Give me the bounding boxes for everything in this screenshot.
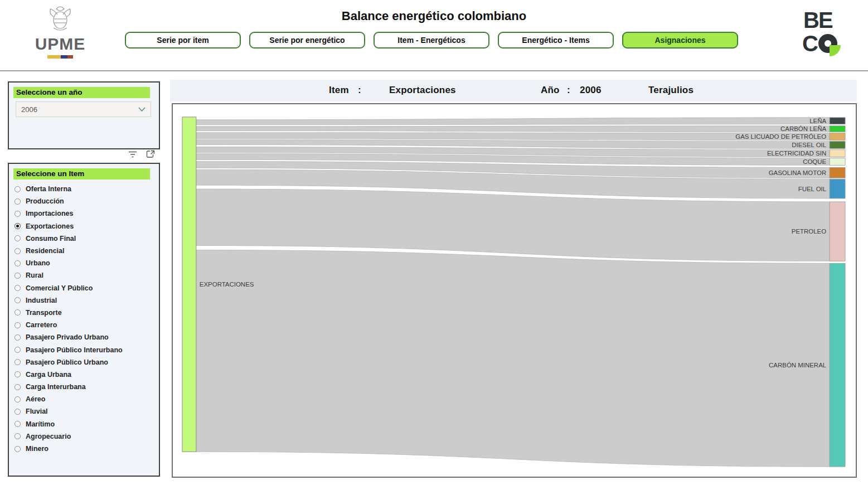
radio-item-carga-urbana[interactable]: Carga Urbana bbox=[9, 368, 159, 381]
beco-logo: BE C bbox=[799, 8, 845, 61]
radio-icon[interactable] bbox=[14, 334, 21, 341]
chevron-down-icon bbox=[138, 107, 146, 111]
radio-item-label: Oferta Interna bbox=[26, 185, 71, 193]
radio-icon[interactable] bbox=[14, 297, 21, 303]
radio-item-consumo-final[interactable]: Consumo Final bbox=[9, 232, 159, 245]
radio-icon[interactable] bbox=[14, 309, 21, 316]
radio-item-label: Pasajero Público Urbano bbox=[26, 358, 108, 366]
sankey-source-node[interactable] bbox=[182, 117, 196, 452]
radio-item-agropecuario[interactable]: Agropecuario bbox=[9, 430, 159, 443]
beco-logo-icon: BE C bbox=[799, 8, 845, 59]
radio-item-carga-interurbana[interactable]: Carga Interurbana bbox=[9, 381, 159, 393]
sankey-node-label-gas-licuado-de-petroleo: GAS LICUADO DE PETRÓLEO bbox=[735, 133, 826, 140]
beco-text-be: BE bbox=[803, 8, 833, 32]
radio-icon[interactable] bbox=[14, 285, 21, 291]
radio-icon[interactable] bbox=[14, 235, 21, 241]
sankey-node-coque[interactable] bbox=[830, 158, 845, 165]
radio-icon[interactable] bbox=[14, 260, 21, 266]
radio-icon[interactable] bbox=[14, 223, 21, 229]
radio-item-label: Minero bbox=[26, 445, 49, 453]
radio-item-importaciones[interactable]: Importaciones bbox=[9, 207, 159, 220]
year-slicer-panel: Seleccione un año 2006 bbox=[8, 81, 160, 149]
radio-item-minero[interactable]: Minero bbox=[9, 443, 159, 455]
radio-item-transporte[interactable]: Transporte bbox=[9, 307, 159, 319]
chart-header-colon: : bbox=[358, 85, 361, 96]
radio-item-produccion[interactable]: Producción bbox=[9, 195, 159, 207]
sankey-node-petroleo[interactable] bbox=[830, 202, 845, 261]
sankey-node-gasolina-motor[interactable] bbox=[830, 167, 845, 178]
radio-icon[interactable] bbox=[14, 322, 21, 328]
sankey-flow-gas-licuado-de-petroleo[interactable] bbox=[196, 133, 830, 140]
chart-header-colon2: : bbox=[567, 85, 570, 96]
flag-yellow bbox=[47, 55, 61, 59]
sankey-node-fuel-oil[interactable] bbox=[830, 179, 845, 198]
radio-item-comercial-y-publico[interactable]: Comercial Y Público bbox=[9, 282, 159, 294]
radio-item-maritimo[interactable]: Marítimo bbox=[9, 418, 159, 430]
chart-header-unit: Terajulios bbox=[648, 85, 694, 96]
focus-mode-icon[interactable] bbox=[146, 150, 155, 158]
radio-icon[interactable] bbox=[14, 384, 21, 390]
radio-item-rural[interactable]: Rural bbox=[9, 269, 159, 282]
radio-item-carretero[interactable]: Carretero bbox=[9, 319, 159, 331]
sankey-flow-carbon-mineral[interactable] bbox=[196, 250, 830, 467]
radio-item-industrial[interactable]: Industrial bbox=[9, 294, 159, 307]
radio-icon[interactable] bbox=[14, 186, 21, 192]
sankey-node-electricidad-sin[interactable] bbox=[830, 150, 845, 157]
sankey-source-label: EXPORTACIONES bbox=[200, 281, 254, 288]
year-slicer-title: Seleccione un año bbox=[13, 87, 150, 98]
sankey-node-label-carbon-lena: CARBÓN LEÑA bbox=[780, 125, 826, 132]
radio-icon[interactable] bbox=[14, 248, 21, 254]
sankey-node-label-diesel-oil: DIESEL OIL bbox=[792, 142, 826, 148]
radio-item-oferta-interna[interactable]: Oferta Interna bbox=[9, 183, 159, 195]
nav-button-serie-por-energetico[interactable]: Serie por energético bbox=[249, 32, 365, 48]
radio-item-label: Carga Interurbana bbox=[26, 383, 86, 391]
radio-icon[interactable] bbox=[14, 409, 21, 415]
year-dropdown[interactable]: 2006 bbox=[16, 101, 151, 117]
page-title: Balance energético colombiano bbox=[342, 9, 526, 23]
radio-item-label: Consumo Final bbox=[26, 235, 76, 243]
radio-icon[interactable] bbox=[14, 273, 21, 279]
sankey-node-carbon-mineral[interactable] bbox=[830, 263, 845, 467]
radio-icon[interactable] bbox=[14, 371, 21, 377]
radio-icon[interactable] bbox=[14, 359, 21, 365]
nav-button-asignaciones[interactable]: Asignaciones bbox=[622, 32, 738, 48]
radio-item-label: Pasajero Privado Urbano bbox=[26, 333, 109, 341]
radio-icon[interactable] bbox=[14, 347, 21, 353]
sankey-flow-carbon-lena[interactable] bbox=[196, 126, 830, 132]
radio-item-fluvial[interactable]: Fluvial bbox=[9, 405, 159, 418]
radio-icon[interactable] bbox=[14, 211, 21, 217]
radio-item-urbano[interactable]: Urbano bbox=[9, 257, 159, 269]
upme-crest-icon bbox=[44, 3, 76, 32]
radio-item-label: Urbano bbox=[26, 259, 50, 267]
radio-item-pasajero-privado-urbano[interactable]: Pasajero Privado Urbano bbox=[9, 331, 159, 343]
nav-button-serie-por-item[interactable]: Serie por item bbox=[125, 32, 241, 48]
radio-item-aereo[interactable]: Aéreo bbox=[9, 393, 159, 405]
radio-icon[interactable] bbox=[14, 421, 21, 427]
radio-item-exportaciones[interactable]: Exportaciones bbox=[9, 220, 159, 232]
filter-icon[interactable] bbox=[128, 151, 137, 158]
sankey-chart: EXPORTACIONESLEÑACARBÓN LEÑAGAS LICUADO … bbox=[172, 103, 857, 478]
nav-button-item-energeticos[interactable]: Item - Energéticos bbox=[374, 32, 489, 48]
radio-item-label: Pasajero Público Interurbano bbox=[26, 346, 123, 354]
radio-item-pasajero-publico-interurbano[interactable]: Pasajero Público Interurbano bbox=[9, 343, 159, 356]
radio-item-label: Fluvial bbox=[26, 408, 48, 415]
chart-header-item-label: Item bbox=[329, 85, 349, 96]
radio-item-label: Comercial Y Público bbox=[26, 284, 93, 292]
sankey-node-lena[interactable] bbox=[830, 118, 845, 124]
radio-item-pasajero-publico-urbano[interactable]: Pasajero Público Urbano bbox=[9, 356, 159, 368]
radio-item-label: Carretero bbox=[26, 321, 57, 329]
sankey-node-carbon-lena[interactable] bbox=[830, 126, 845, 132]
sankey-node-diesel-oil[interactable] bbox=[830, 142, 845, 149]
nav-button-energetico-items[interactable]: Energético - Items bbox=[498, 32, 614, 48]
flag-blue bbox=[61, 55, 68, 59]
visual-hover-toolbar bbox=[128, 150, 155, 158]
sankey-flow-lena[interactable] bbox=[196, 118, 830, 125]
nav-buttons: Serie por itemSerie por energéticoItem -… bbox=[125, 32, 738, 48]
radio-item-residencial[interactable]: Residencial bbox=[9, 245, 159, 257]
item-slicer-panel: Seleccione un Item Oferta InternaProducc… bbox=[8, 163, 160, 477]
radio-icon[interactable] bbox=[14, 446, 21, 452]
radio-icon[interactable] bbox=[14, 198, 21, 205]
radio-icon[interactable] bbox=[14, 396, 21, 402]
radio-icon[interactable] bbox=[14, 433, 21, 439]
sankey-node-gas-licuado-de-petroleo[interactable] bbox=[830, 133, 845, 140]
